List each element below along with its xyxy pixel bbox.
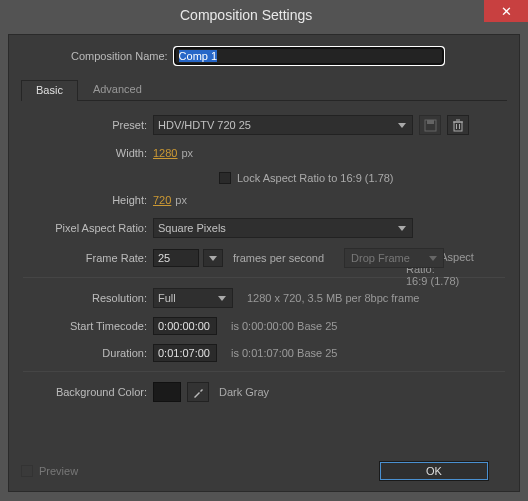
frame-rate-dropdown[interactable]: [203, 249, 223, 267]
svg-rect-2: [454, 122, 462, 131]
bgcolor-row: Background Color: Dark Gray: [23, 382, 505, 402]
preview-checkbox: [21, 465, 33, 477]
start-timecode-input[interactable]: [153, 317, 217, 335]
start-timecode-label: Start Timecode:: [23, 320, 153, 332]
height-value[interactable]: 720: [153, 194, 171, 206]
par-dropdown[interactable]: Square Pixels: [153, 218, 413, 238]
frame-rate-input[interactable]: [153, 249, 199, 267]
preset-dropdown[interactable]: HDV/HDTV 720 25: [153, 115, 413, 135]
composition-name-label: Composition Name:: [71, 50, 168, 62]
eyedropper-icon: [192, 386, 205, 399]
chevron-down-icon: [214, 290, 230, 306]
composition-name-row: Composition Name:: [21, 47, 507, 65]
lock-aspect-label: Lock Aspect Ratio to 16:9 (1.78): [237, 172, 394, 184]
height-unit: px: [175, 194, 187, 206]
far-value: 16:9 (1.78): [406, 275, 459, 287]
preset-value: HDV/HDTV 720 25: [158, 119, 251, 131]
width-unit: px: [181, 147, 193, 159]
par-label: Pixel Aspect Ratio:: [23, 222, 153, 234]
duration-info: is 0:01:07:00 Base 25: [231, 347, 337, 359]
close-button[interactable]: ✕: [484, 0, 528, 22]
resolution-label: Resolution:: [23, 292, 153, 304]
dialog-title: Composition Settings: [180, 7, 312, 23]
ok-button[interactable]: OK: [379, 461, 489, 481]
width-label: Width:: [23, 147, 153, 159]
preview-checkbox-row: Preview: [21, 465, 78, 477]
tab-basic[interactable]: Basic: [21, 80, 78, 101]
resolution-value: Full: [158, 292, 176, 304]
lock-aspect-checkbox[interactable]: [219, 172, 231, 184]
par-row: Pixel Aspect Ratio: Square Pixels: [23, 218, 505, 238]
title-bar: Composition Settings ✕: [0, 0, 528, 30]
frame-rate-row: Frame Rate: frames per second Drop Frame: [23, 248, 505, 268]
frame-rate-label: Frame Rate:: [23, 252, 153, 264]
chevron-down-icon: [209, 256, 217, 261]
separator: [23, 371, 505, 372]
svg-rect-1: [427, 120, 434, 124]
eyedropper-button[interactable]: [187, 382, 209, 402]
bottom-row: Preview OK: [21, 461, 507, 481]
duration-label: Duration:: [23, 347, 153, 359]
chevron-down-icon: [394, 220, 410, 236]
preset-label: Preset:: [23, 119, 153, 131]
bgcolor-label: Background Color:: [23, 386, 153, 398]
basic-section: Preset: HDV/HDTV 720 25 Width: 1280 px L…: [21, 111, 507, 415]
start-timecode-info: is 0:00:00:00 Base 25: [231, 320, 337, 332]
duration-input[interactable]: [153, 344, 217, 362]
drop-frame-label: Drop Frame: [351, 252, 410, 264]
composition-panel: Composition Name: Basic Advanced Preset:…: [8, 34, 520, 492]
resolution-dropdown[interactable]: Full: [153, 288, 233, 308]
lock-aspect-row: Lock Aspect Ratio to 16:9 (1.78): [23, 169, 505, 187]
close-icon: ✕: [501, 4, 512, 19]
drop-frame-dropdown: Drop Frame: [344, 248, 444, 268]
delete-preset-button[interactable]: [447, 115, 469, 135]
tab-bar: Basic Advanced: [21, 79, 507, 101]
height-row: Height: 720 px: [23, 191, 505, 209]
save-icon: [424, 119, 437, 132]
composition-name-input[interactable]: [174, 47, 444, 65]
tab-advanced[interactable]: Advanced: [78, 79, 157, 100]
trash-icon: [452, 119, 464, 132]
resolution-row: Resolution: Full 1280 x 720, 3.5 MB per …: [23, 288, 505, 308]
preview-label: Preview: [39, 465, 78, 477]
bgcolor-name: Dark Gray: [219, 386, 269, 398]
resolution-info: 1280 x 720, 3.5 MB per 8bpc frame: [247, 292, 419, 304]
frame-rate-suffix: frames per second: [233, 252, 324, 264]
par-value: Square Pixels: [158, 222, 226, 234]
save-preset-button[interactable]: [419, 115, 441, 135]
height-label: Height:: [23, 194, 153, 206]
width-row: Width: 1280 px: [23, 144, 505, 162]
chevron-down-icon: [425, 250, 441, 266]
preset-row: Preset: HDV/HDTV 720 25: [23, 115, 505, 135]
duration-row: Duration: is 0:01:07:00 Base 25: [23, 344, 505, 362]
start-timecode-row: Start Timecode: is 0:00:00:00 Base 25: [23, 317, 505, 335]
chevron-down-icon: [394, 117, 410, 133]
bgcolor-swatch[interactable]: [153, 382, 181, 402]
width-value[interactable]: 1280: [153, 147, 177, 159]
ok-label: OK: [426, 465, 442, 477]
